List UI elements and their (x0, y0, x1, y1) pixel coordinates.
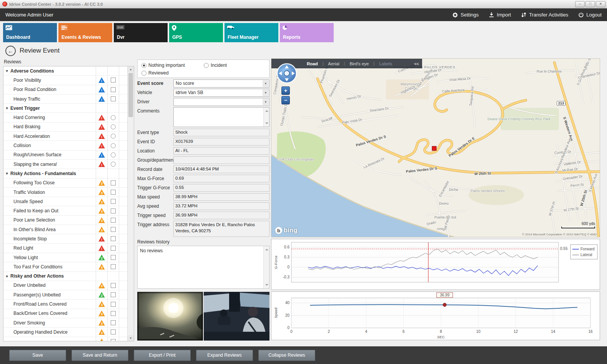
review-item-checkbox[interactable] (111, 96, 116, 101)
review-item-checkbox[interactable] (111, 236, 116, 241)
window-titlebar[interactable]: Idrive Control Center - 3.0.2 version - … (0, 0, 607, 8)
event-location-marker[interactable] (432, 146, 436, 151)
review-item-checkbox[interactable] (111, 190, 116, 195)
review-item-checkbox[interactable] (111, 87, 116, 92)
expand-arrow-icon[interactable]: ▾ (3, 106, 10, 110)
review-item-checkbox[interactable] (111, 283, 116, 288)
review-item-row[interactable]: Incomplete Stop! (3, 234, 127, 243)
review-item-row[interactable]: 3 (3, 337, 127, 341)
reviews-history-box[interactable]: No reviews (137, 246, 269, 289)
import-button[interactable]: Import (489, 12, 511, 18)
review-item-row[interactable]: Poor Road Condition! (3, 85, 127, 94)
review-item-row[interactable]: Rough/Uneven Surface! (3, 151, 127, 160)
review-item-checkbox[interactable] (111, 292, 116, 297)
review-item-checkbox[interactable] (111, 208, 116, 213)
event-score-select[interactable]: No score▾ (173, 79, 269, 88)
tab-dvr[interactable]: DVRDvr (114, 23, 168, 42)
transfer-button[interactable]: Transfer Activities (521, 12, 568, 18)
review-item-radio[interactable] (111, 143, 116, 148)
review-item-radio[interactable] (111, 152, 116, 157)
review-item-row[interactable]: Poor Lane Selection3 (3, 216, 127, 225)
back-button[interactable]: ← (5, 46, 16, 56)
review-item-radio[interactable] (111, 124, 116, 129)
review-item-row[interactable]: Passenger(s) Unbelted2 (3, 290, 127, 299)
comments-textarea[interactable] (173, 107, 269, 127)
review-item-radio[interactable] (111, 162, 116, 167)
review-item-row[interactable]: Too Fast For Conditions3 (3, 262, 127, 271)
review-group-row[interactable]: ▾Risky Actions - Fundamentals (3, 169, 127, 178)
review-item-row[interactable]: Driver Smoking3 (3, 318, 127, 328)
zoom-out-button[interactable]: − (281, 96, 290, 104)
review-item-row[interactable]: Operating Handled Device3 (3, 328, 127, 337)
review-item-checkbox[interactable] (111, 311, 116, 316)
review-item-row[interactable]: Failed to Keep an Out3 (3, 206, 127, 215)
tab-reports[interactable]: Reports (280, 23, 334, 42)
review-item-checkbox[interactable] (111, 302, 116, 307)
expand-arrow-icon[interactable]: ▾ (3, 171, 10, 175)
save-button[interactable]: Save (9, 350, 66, 361)
review-item-row[interactable]: Yellow Light2 (3, 253, 127, 262)
review-item-row[interactable]: Hard Braking! (3, 122, 127, 132)
cabin-camera-thumbnail[interactable] (204, 292, 269, 341)
review-item-checkbox[interactable] (111, 329, 116, 334)
save-and-return-button[interactable]: Save and Return (72, 350, 128, 361)
review-item-row[interactable]: Hard Cornering! (3, 113, 127, 122)
review-item-checkbox[interactable] (111, 78, 116, 83)
review-item-radio[interactable] (111, 115, 116, 120)
scroll-down-icon[interactable]: ▼ (128, 335, 134, 341)
review-item-checkbox[interactable] (111, 218, 116, 223)
review-item-row[interactable]: Slapping the camera!! (3, 160, 127, 169)
vehicle-select[interactable]: idrive Van SB▾ (173, 89, 269, 97)
minimize-button[interactable]: – (575, 1, 585, 7)
review-item-row[interactable]: Red Light! (3, 244, 127, 253)
map-view-aerial[interactable]: Aerial (328, 61, 339, 66)
review-item-checkbox[interactable] (111, 339, 116, 341)
review-item-checkbox[interactable] (111, 246, 116, 251)
review-item-row[interactable]: Following Too Close3 (3, 179, 127, 188)
reviews-history-scrollbar[interactable] (263, 246, 269, 288)
review-item-row[interactable]: Front/Road Lens Covered3 (3, 299, 127, 309)
map-view-labels[interactable]: Labels (379, 61, 392, 66)
review-item-checkbox[interactable] (111, 199, 116, 204)
bing-map[interactable]: EAST RANCHO PALOS VERDESMarymountCollege… (271, 58, 600, 237)
review-item-row[interactable]: In Other's Blind Area3 (3, 225, 127, 234)
radio-reviewed[interactable] (141, 71, 146, 76)
map-view-road[interactable]: Road (307, 61, 318, 66)
radio-nothing-important[interactable] (141, 63, 146, 68)
classification-option-nothing-important[interactable]: Nothing important (141, 63, 185, 68)
scrollbar-thumb[interactable] (128, 73, 133, 117)
map-collapse-button[interactable]: << (414, 61, 419, 66)
maximize-button[interactable]: □ (585, 1, 595, 7)
review-item-row[interactable]: Poor Visibility! (3, 76, 127, 85)
expand-reviews-button[interactable]: Expand Reviews (196, 350, 253, 361)
logout-button[interactable]: Logout (578, 12, 602, 18)
scroll-up-icon[interactable]: ▲ (128, 66, 134, 72)
zoom-in-button[interactable]: + (281, 86, 290, 95)
classification-option-reviewed[interactable]: Reviewed (141, 70, 169, 76)
review-item-row[interactable]: Back/Driver Lens Covered3 (3, 309, 127, 318)
reviews-scrollbar[interactable]: ▲ ▼ (127, 66, 134, 341)
map-view-bird-s-eye[interactable]: Bird's eye (349, 61, 369, 66)
road-camera-thumbnail[interactable] (137, 292, 203, 341)
review-item-checkbox[interactable] (111, 255, 116, 260)
radio-incident[interactable] (204, 63, 209, 68)
review-group-row[interactable]: ▾Adverse Conditions (3, 66, 127, 76)
classification-option-incident[interactable]: Incident (204, 63, 227, 68)
reviews-tree[interactable]: ▾Adverse ConditionsPoor Visibility!Poor … (3, 66, 127, 341)
textarea-scrollbar[interactable] (263, 108, 269, 127)
driver-select[interactable]: ▾ (173, 98, 269, 106)
collapse-reviews-button[interactable]: Collapse Reviews (258, 350, 315, 361)
review-group-row[interactable]: ▾Event Trigger (3, 104, 127, 113)
expand-arrow-icon[interactable]: ▾ (3, 274, 10, 278)
close-button[interactable]: ✕ (596, 1, 605, 7)
review-item-row[interactable]: Heavy Traffic! (3, 94, 127, 104)
review-item-row[interactable]: Unsafe Speed3 (3, 197, 127, 206)
review-item-row[interactable]: Collision! (3, 141, 127, 150)
review-group-row[interactable]: ▾Risky and Other Actions (3, 272, 127, 281)
tab-gps[interactable]: GPS (169, 23, 223, 42)
settings-button[interactable]: Settings (452, 12, 479, 18)
review-item-row[interactable]: Traffic Violation3 (3, 188, 127, 197)
tab-fleet[interactable]: Fleet Manager (225, 23, 278, 42)
review-item-checkbox[interactable] (111, 180, 116, 185)
review-item-checkbox[interactable] (111, 227, 116, 232)
